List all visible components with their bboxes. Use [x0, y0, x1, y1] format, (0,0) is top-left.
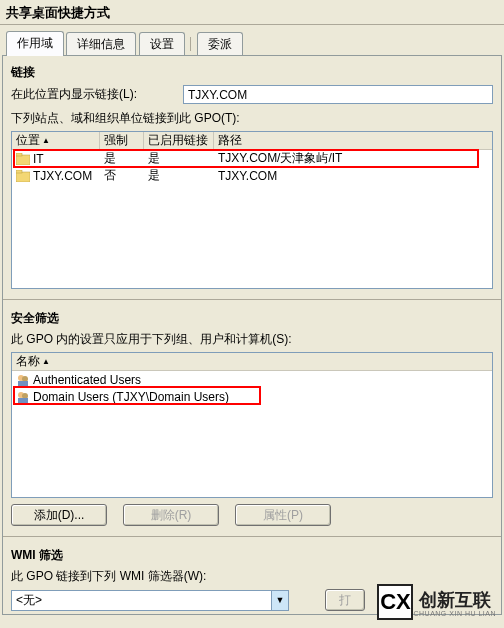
display-location-input[interactable]: [183, 85, 493, 104]
tab-bar: 作用域 详细信息 设置 委派: [0, 27, 504, 55]
open-button[interactable]: 打: [325, 589, 365, 611]
window-title: 共享桌面快捷方式: [0, 0, 504, 24]
watermark-logo: CX: [377, 584, 413, 620]
table-row[interactable]: IT 是 是 TJXY.COM/天津象屿/IT: [12, 150, 492, 167]
cell-location: TJXY.COM: [33, 169, 92, 183]
tab-divider: [190, 37, 191, 51]
tab-details[interactable]: 详细信息: [66, 32, 136, 56]
display-location-label: 在此位置内显示链接(L):: [11, 86, 137, 103]
cell-location: IT: [33, 152, 44, 166]
svg-rect-0: [16, 155, 30, 165]
remove-button[interactable]: 删除(R): [123, 504, 219, 526]
col-location[interactable]: 位置▲: [12, 132, 100, 149]
watermark: CX 创新互联 CHUANG XIN HU LIAN: [377, 584, 496, 620]
applies-to-label: 下列站点、域和组织单位链接到此 GPO(T):: [11, 110, 493, 127]
wmi-title: WMI 筛选: [11, 547, 493, 564]
cell-enabled: 是: [144, 166, 214, 185]
svg-rect-1: [16, 153, 22, 156]
security-button-row: 添加(D)... 删除(R) 属性(P): [11, 504, 493, 526]
display-location-row: 在此位置内显示链接(L):: [11, 85, 493, 104]
list-item[interactable]: Authenticated Users: [12, 371, 492, 388]
table-row[interactable]: TJXY.COM 否 是 TJXY.COM: [12, 167, 492, 184]
users-group-icon: [16, 390, 30, 404]
wmi-applies-label: 此 GPO 链接到下列 WMI 筛选器(W):: [11, 568, 493, 585]
sort-asc-icon: ▲: [42, 136, 50, 145]
security-body: Authenticated Users Domain Users (TJXY\D…: [12, 371, 492, 405]
security-header: 名称▲: [12, 353, 492, 371]
links-header: 位置▲ 强制 已启用链接 路径: [12, 132, 492, 150]
tab-settings[interactable]: 设置: [139, 32, 185, 56]
watermark-subtext: CHUANG XIN HU LIAN: [413, 610, 496, 617]
users-group-icon: [16, 373, 30, 387]
security-name: Authenticated Users: [33, 373, 141, 387]
links-body: IT 是 是 TJXY.COM/天津象屿/IT TJXY.COM 否 是 TJX…: [12, 150, 492, 184]
links-title: 链接: [11, 64, 493, 81]
add-button[interactable]: 添加(D)...: [11, 504, 107, 526]
col-name[interactable]: 名称▲: [12, 353, 492, 370]
col-path[interactable]: 路径: [214, 132, 492, 149]
folder-icon: [16, 170, 30, 182]
cell-enforced: 否: [100, 166, 144, 185]
cell-path: TJXY.COM/天津象屿/IT: [214, 149, 492, 168]
svg-rect-9: [18, 398, 28, 403]
main-panel: 链接 在此位置内显示链接(L): 下列站点、域和组织单位链接到此 GPO(T):…: [2, 55, 502, 615]
section-divider: [3, 299, 501, 300]
properties-button[interactable]: 属性(P): [235, 504, 331, 526]
wmi-select[interactable]: <无> ▼: [11, 590, 289, 611]
section-divider: [3, 536, 501, 537]
col-enabled[interactable]: 已启用链接: [144, 132, 214, 149]
security-name: Domain Users (TJXY\Domain Users): [33, 390, 229, 404]
folder-icon: [16, 153, 30, 165]
links-listview[interactable]: 位置▲ 强制 已启用链接 路径 IT 是 是 TJXY.COM/天津象屿/IT: [11, 131, 493, 289]
wmi-selected-value: <无>: [16, 592, 42, 609]
svg-rect-3: [16, 170, 22, 173]
watermark-text: 创新互联: [419, 590, 491, 610]
security-listview[interactable]: 名称▲ Authenticated Users Domain Users (TJ…: [11, 352, 493, 498]
list-item[interactable]: Domain Users (TJXY\Domain Users): [12, 388, 492, 405]
cell-path: TJXY.COM: [214, 168, 492, 184]
svg-rect-6: [18, 381, 28, 386]
security-title: 安全筛选: [11, 310, 493, 327]
sort-asc-icon: ▲: [42, 357, 50, 366]
security-applies-label: 此 GPO 内的设置只应用于下列组、用户和计算机(S):: [11, 331, 493, 348]
col-enforced[interactable]: 强制: [100, 132, 144, 149]
title-divider: [0, 24, 504, 25]
dropdown-arrow-icon: ▼: [271, 591, 288, 610]
tab-scope[interactable]: 作用域: [6, 31, 64, 56]
svg-rect-2: [16, 172, 30, 182]
tab-delegation[interactable]: 委派: [197, 32, 243, 56]
